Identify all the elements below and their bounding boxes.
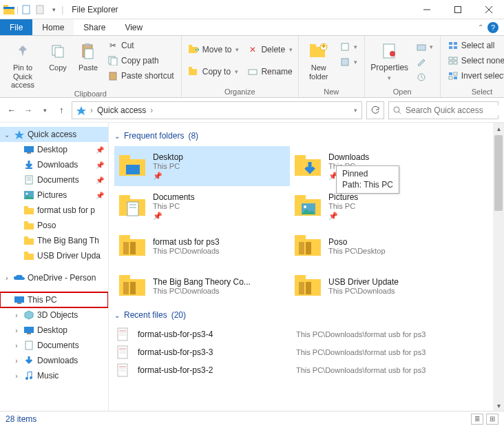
folder-tile[interactable]: Documents This PC 📌 xyxy=(114,186,290,226)
svg-rect-59 xyxy=(24,236,28,239)
sidebar-item-documents[interactable]: Documents📌 xyxy=(0,172,108,187)
delete-icon: ✕ xyxy=(247,44,258,55)
sidebar-item-pictures[interactable]: Pictures📌 xyxy=(0,187,108,203)
view-details-button[interactable]: ≣ xyxy=(471,414,483,425)
address-dropdown[interactable]: ▾ xyxy=(354,107,357,114)
chevron-right-icon[interactable]: › xyxy=(12,372,21,380)
minimize-button[interactable] xyxy=(411,0,442,19)
chevron-right-icon[interactable]: › xyxy=(3,274,11,282)
svg-rect-36 xyxy=(449,57,452,60)
close-button[interactable] xyxy=(473,0,504,19)
breadcrumb-sep-2[interactable]: › xyxy=(150,105,153,115)
qat-item-2[interactable] xyxy=(34,3,46,16)
select-all-button[interactable]: Select all xyxy=(445,39,504,52)
vertical-scrollbar[interactable]: ▴ ▾ xyxy=(493,123,504,411)
folder-tile[interactable]: USB Driver Update This PC\Downloads xyxy=(290,266,465,306)
forward-button[interactable]: → xyxy=(22,104,34,116)
recent-files-list: format-usb-for-ps3-4 This PC\Downloads\f… xyxy=(114,325,489,379)
chevron-down-icon[interactable]: ⌄ xyxy=(3,131,11,139)
folder-tile[interactable]: Poso This PC\Desktop xyxy=(290,226,465,266)
file-row[interactable]: format-usb-for-ps3-2 This PC\Downloads\f… xyxy=(114,361,489,379)
tab-home[interactable]: Home xyxy=(32,19,74,35)
svg-rect-56 xyxy=(24,223,34,230)
tab-share[interactable]: Share xyxy=(74,19,115,35)
svg-rect-61 xyxy=(24,252,28,254)
scrollbar-thumb[interactable] xyxy=(494,135,503,211)
sidebar-this-pc[interactable]: This PC xyxy=(0,292,108,307)
pin-icon: 📌 xyxy=(328,212,358,221)
sidebar-item-poso[interactable]: Poso xyxy=(0,218,108,233)
open-button[interactable]: ▾ xyxy=(413,40,436,54)
sidebar-item-pc-desktop[interactable]: ›Desktop xyxy=(0,323,108,338)
copy-button[interactable]: Copy xyxy=(44,37,72,72)
tab-file[interactable]: File xyxy=(0,19,32,35)
section-frequent-folders[interactable]: ⌄ Frequent folders (8) xyxy=(114,131,489,141)
qat-dropdown[interactable]: ▾ xyxy=(48,3,60,16)
file-row[interactable]: format-usb-for-ps3-4 This PC\Downloads\f… xyxy=(114,325,489,343)
new-item-button[interactable]: ▾ xyxy=(337,40,360,54)
rename-button[interactable]: Rename xyxy=(244,65,295,79)
search-input[interactable] xyxy=(406,105,504,115)
svg-rect-85 xyxy=(123,242,129,254)
svg-rect-13 xyxy=(85,49,93,59)
edit-button[interactable] xyxy=(413,55,436,69)
folder-icon xyxy=(23,220,34,231)
help-icon[interactable]: ? xyxy=(487,22,498,33)
documents-icon xyxy=(23,340,34,351)
select-none-button[interactable]: Select none xyxy=(445,54,504,68)
scroll-up-button[interactable]: ▴ xyxy=(493,123,504,134)
folder-tile[interactable]: format usb for ps3 This PC\Downloads xyxy=(114,226,290,266)
chevron-right-icon[interactable]: › xyxy=(12,327,21,334)
view-tiles-button[interactable]: ⊞ xyxy=(486,414,498,425)
pin-to-quick-access-button[interactable]: Pin to Quick access xyxy=(4,37,41,90)
paste-shortcut-button[interactable]: Paste shortcut xyxy=(105,69,177,83)
qat-item-1[interactable] xyxy=(20,3,32,16)
sidebar-onedrive[interactable]: ›OneDrive - Person xyxy=(0,270,108,285)
maximize-button[interactable] xyxy=(442,0,473,19)
chevron-right-icon[interactable]: › xyxy=(12,342,21,349)
sidebar-item-pc-music[interactable]: ›Music xyxy=(0,368,108,383)
sidebar-item-usb-driver[interactable]: USB Driver Upda xyxy=(0,248,108,263)
refresh-button[interactable] xyxy=(366,101,384,119)
chevron-right-icon[interactable]: › xyxy=(12,312,21,319)
folder-location: This PC xyxy=(153,202,195,210)
recent-locations-button[interactable]: ▾ xyxy=(39,104,51,116)
sidebar-item-bigbang[interactable]: The Big Bang Th xyxy=(0,233,108,248)
back-button[interactable]: ← xyxy=(6,104,18,116)
sidebar-item-desktop[interactable]: Desktop📌 xyxy=(0,142,108,157)
tab-view[interactable]: View xyxy=(115,19,152,35)
chevron-right-icon[interactable]: › xyxy=(12,357,21,365)
scroll-down-button[interactable]: ▾ xyxy=(493,400,504,411)
new-folder-button[interactable]: ✦ New folder xyxy=(303,37,335,81)
easy-access-button[interactable]: ▾ xyxy=(337,55,360,69)
file-row[interactable]: format-usb-for-ps3-3 This PC\Downloads\f… xyxy=(114,343,489,361)
properties-button[interactable]: Properties ▾ xyxy=(369,37,410,81)
copy-to-button[interactable]: Copy to▾ xyxy=(186,65,242,79)
sidebar-item-downloads[interactable]: Downloads📌 xyxy=(0,157,108,172)
sidebar-item-label: 3D Objects xyxy=(37,310,108,320)
address-bar[interactable]: › Quick access › ▾ xyxy=(72,101,362,119)
svg-rect-103 xyxy=(118,346,127,358)
copy-path-button[interactable]: Copy path xyxy=(105,54,177,68)
move-to-button[interactable]: Move to▾ xyxy=(186,43,242,57)
sidebar-item-format-usb[interactable]: format usb for p xyxy=(0,203,108,218)
sidebar-item-pc-downloads[interactable]: ›Downloads xyxy=(0,353,108,368)
up-button[interactable]: ↑ xyxy=(55,104,67,116)
sidebar-quick-access[interactable]: ⌄ Quick access xyxy=(0,127,108,142)
collapse-ribbon-icon[interactable]: ⌃ xyxy=(478,23,483,31)
search-box[interactable] xyxy=(388,101,498,119)
invert-selection-button[interactable]: Invert selection xyxy=(445,69,504,83)
folder-location: This PC xyxy=(328,202,358,210)
folder-tile[interactable]: The Big Bang Theory Co... This PC\Downlo… xyxy=(114,266,290,306)
sidebar-item-3d-objects[interactable]: ›3D Objects xyxy=(0,307,108,323)
section-recent-files[interactable]: ⌄ Recent files (20) xyxy=(114,310,489,320)
paste-button[interactable]: Paste xyxy=(74,37,102,72)
history-button[interactable] xyxy=(413,70,436,84)
sidebar-item-pc-documents[interactable]: ›Documents xyxy=(0,338,108,353)
breadcrumb-root[interactable]: Quick access xyxy=(97,105,146,115)
folder-tile[interactable]: Desktop This PC 📌 xyxy=(114,146,290,186)
select-all-icon xyxy=(448,40,459,51)
cut-button[interactable]: ✂Cut xyxy=(105,39,177,52)
delete-button[interactable]: ✕Delete▾ xyxy=(244,43,295,57)
tooltip-line-2: Path: This PC xyxy=(342,180,393,191)
